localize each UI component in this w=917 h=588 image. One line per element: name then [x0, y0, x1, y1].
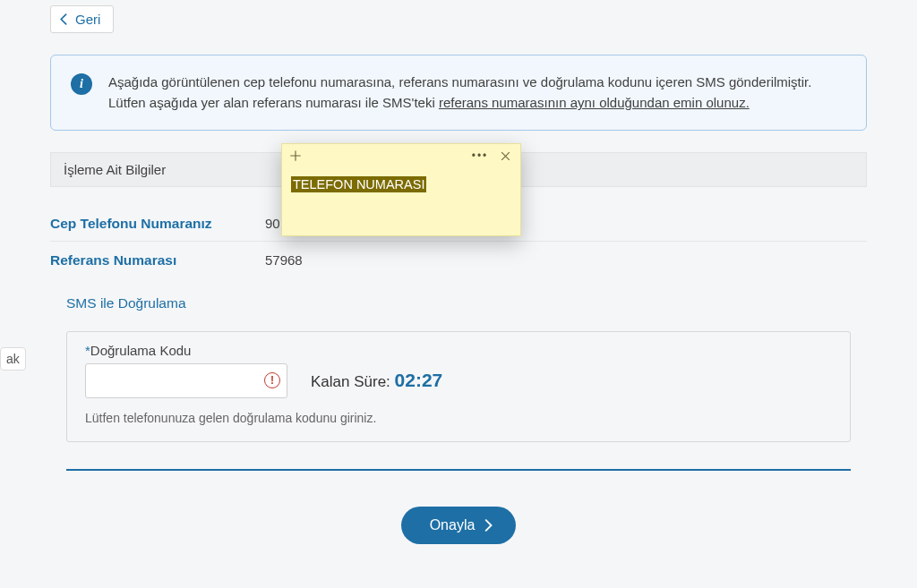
info-icon: i — [71, 73, 92, 95]
alert-line2-prefix: Lütfen aşağıda yer alan referans numaras… — [108, 95, 439, 110]
confirm-button[interactable]: Onayla — [401, 507, 517, 544]
verification-card: *Doğrulama Kodu ! Kalan Süre: 02:27 Lütf… — [66, 331, 851, 442]
close-icon[interactable] — [497, 148, 513, 164]
phone-label: Cep Telefonu Numaranız — [50, 216, 265, 232]
more-icon[interactable]: ••• — [472, 148, 488, 164]
sticky-note-highlight: TELEFON NUMARASI — [291, 176, 426, 192]
code-hint: Lütfen telefonunuza gelen doğrulama kodu… — [85, 411, 832, 425]
timer-label: Kalan Süre: — [311, 373, 395, 390]
code-input-wrap: ! — [85, 363, 287, 398]
alert-line1: Aşağıda görüntülenen cep telefonu numara… — [108, 74, 811, 89]
info-text: Aşağıda görüntülenen cep telefonu numara… — [108, 72, 811, 114]
phone-value: 90 — [265, 216, 280, 231]
reference-value: 57968 — [265, 252, 303, 268]
chevron-right-icon — [484, 519, 493, 532]
confirm-button-label: Onayla — [430, 517, 476, 533]
code-field-label: *Doğrulama Kodu — [85, 343, 832, 358]
back-button-label: Geri — [75, 12, 100, 27]
timer-value: 02:27 — [395, 370, 443, 390]
sms-verify-title: SMS ile Doğrulama — [50, 277, 867, 331]
info-alert: i Aşağıda görüntülenen cep telefonu numa… — [50, 55, 867, 131]
left-panel-fragment: ak — [0, 347, 26, 371]
verification-code-input[interactable] — [85, 363, 287, 398]
chevron-left-icon — [60, 13, 68, 25]
back-button[interactable]: Geri — [50, 5, 114, 33]
alert-line2-underlined: referans numarasının aynı olduğundan emi… — [439, 95, 750, 110]
sticky-note[interactable]: ••• TELEFON NUMARASI — [281, 143, 521, 236]
reference-label: Referans Numarası — [50, 252, 265, 268]
error-icon: ! — [264, 372, 280, 388]
add-note-icon[interactable] — [287, 148, 304, 164]
footer: Onayla — [66, 469, 851, 544]
page-content: Geri i Aşağıda görüntülenen cep telefonu… — [36, 0, 917, 588]
timer: Kalan Süre: 02:27 — [311, 370, 442, 391]
sticky-note-body[interactable]: TELEFON NUMARASI — [282, 167, 520, 200]
sticky-note-toolbar: ••• — [282, 144, 520, 167]
code-field-row: ! Kalan Süre: 02:27 — [85, 363, 832, 398]
reference-row: Referans Numarası 57968 — [50, 242, 867, 277]
